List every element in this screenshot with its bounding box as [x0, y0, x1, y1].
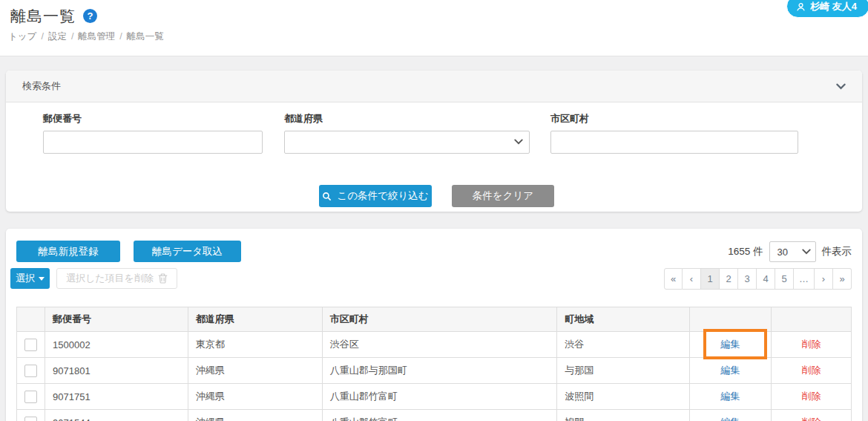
cell-town: 与那国 — [557, 358, 690, 384]
cell-town: 鳩間 — [557, 410, 690, 421]
prefecture-label: 都道府県 — [284, 112, 530, 125]
header-edit-column — [690, 307, 772, 332]
row-checkbox[interactable] — [24, 391, 37, 403]
page-header: 離島一覧 ? トップ/設定/離島管理/離島一覧 杉崎 友人4 — [0, 0, 868, 56]
pagination-page-5[interactable]: 5 — [775, 268, 794, 290]
per-page-suffix: 件表示 — [822, 245, 852, 258]
table-row: 9071751 沖縄県 八重山郡竹富町 波照間 編集 削除 — [17, 384, 852, 410]
register-island-label: 離島新規登録 — [39, 245, 99, 258]
edit-link[interactable]: 編集 — [721, 417, 740, 421]
breadcrumb-island-list: 離島一覧 — [127, 31, 164, 42]
breadcrumb-island-management[interactable]: 離島管理 — [78, 31, 115, 42]
trash-icon — [158, 273, 168, 284]
city-field-group: 市区町村 — [550, 112, 798, 154]
breadcrumb-separator: / — [119, 31, 122, 42]
user-icon — [796, 2, 806, 12]
edit-link[interactable]: 編集 — [721, 339, 740, 350]
clear-conditions-button[interactable]: 条件をクリア — [452, 185, 554, 207]
table-row: 1500002 東京都 渋谷区 渋谷 編集 削除 — [17, 332, 852, 358]
page-title: 離島一覧 — [10, 6, 76, 27]
edit-link[interactable]: 編集 — [721, 391, 740, 402]
breadcrumb: トップ/設定/離島管理/離島一覧 — [8, 30, 164, 43]
cell-prefecture: 東京都 — [188, 332, 322, 358]
header-prefecture: 都道府県 — [188, 307, 322, 332]
cell-city: 八重山郡竹富町 — [322, 384, 557, 410]
user-badge[interactable]: 杉崎 友人4 — [786, 0, 868, 18]
delete-link[interactable]: 削除 — [802, 339, 821, 350]
clear-button-label: 条件をクリア — [473, 189, 533, 203]
select-dropdown-button[interactable]: 選択 — [10, 268, 50, 289]
islands-table: 郵便番号 都道府県 市区町村 町地域 1500002 東京都 渋谷区 渋谷 編集… — [16, 307, 852, 421]
header-delete-column — [772, 307, 852, 332]
pagination-ellipsis: … — [794, 268, 815, 290]
search-icon — [322, 192, 332, 201]
postal-code-label: 郵便番号 — [43, 112, 263, 125]
search-panel: 検索条件 郵便番号 都道府県 市区町村 この条件で絞り込む 条件をクリア — [6, 71, 862, 212]
delete-link[interactable]: 削除 — [802, 365, 821, 376]
caret-down-icon — [39, 277, 45, 281]
search-panel-title: 検索条件 — [22, 79, 61, 93]
filter-button-label: この条件で絞り込む — [337, 189, 428, 203]
header-town: 町地域 — [557, 307, 690, 332]
pagination-last[interactable]: » — [833, 268, 852, 290]
pagination-first[interactable]: « — [664, 268, 683, 290]
row-checkbox[interactable] — [24, 365, 37, 377]
register-island-button[interactable]: 離島新規登録 — [16, 241, 120, 262]
breadcrumb-separator: / — [71, 31, 73, 42]
header-postal-code: 郵便番号 — [45, 307, 188, 332]
pagination-page-4[interactable]: 4 — [757, 268, 775, 290]
chevron-down-icon[interactable] — [836, 83, 846, 90]
cell-city: 八重山郡与那国町 — [322, 358, 557, 384]
delete-selected-label: 選択した項目を削除 — [66, 272, 154, 285]
import-island-label: 離島データ取込 — [152, 245, 223, 258]
delete-link[interactable]: 削除 — [802, 391, 821, 402]
cell-postal: 9071751 — [45, 384, 188, 410]
result-count-area: 1655 件 30 件表示 — [728, 241, 852, 262]
import-island-data-button[interactable]: 離島データ取込 — [134, 241, 241, 262]
row-checkbox[interactable] — [24, 339, 37, 351]
delete-selected-button[interactable]: 選択した項目を削除 — [56, 268, 177, 289]
breadcrumb-top[interactable]: トップ — [8, 31, 36, 42]
pagination-page-1[interactable]: 1 — [701, 268, 720, 290]
pagination-page-2[interactable]: 2 — [720, 268, 738, 290]
cell-postal: 9071801 — [45, 358, 188, 384]
prefecture-field-group: 都道府県 — [284, 112, 530, 154]
delete-link[interactable]: 削除 — [802, 417, 821, 421]
cell-prefecture: 沖縄県 — [188, 410, 322, 421]
pagination-page-3[interactable]: 3 — [738, 268, 757, 290]
pagination: « ‹ 1 2 3 4 5 … › » — [664, 268, 852, 290]
pagination-next[interactable]: › — [815, 268, 833, 290]
postal-code-input[interactable] — [43, 131, 263, 154]
breadcrumb-separator: / — [41, 31, 43, 42]
edit-link[interactable]: 編集 — [721, 365, 740, 376]
user-badge-label: 杉崎 友人4 — [810, 0, 857, 13]
city-label: 市区町村 — [550, 112, 798, 125]
search-panel-header[interactable]: 検索条件 — [6, 71, 862, 102]
select-button-label: 選択 — [16, 272, 35, 285]
cell-postal: 9071544 — [45, 410, 188, 421]
header-city: 市区町村 — [322, 307, 557, 332]
table-header-row: 郵便番号 都道府県 市区町村 町地域 — [17, 307, 852, 332]
cell-town: 渋谷 — [557, 332, 690, 358]
total-count: 1655 件 — [728, 245, 763, 258]
island-list-panel: 離島新規登録 離島データ取込 1655 件 30 件表示 選択 選択した項目を削… — [6, 229, 862, 421]
cell-prefecture: 沖縄県 — [188, 384, 322, 410]
cell-town: 波照間 — [557, 384, 690, 410]
cell-prefecture: 沖縄県 — [188, 358, 322, 384]
header-checkbox-column — [17, 307, 45, 332]
table-row: 9071544 沖縄県 八重山郡竹富町 鳩間 編集 削除 — [17, 410, 852, 421]
help-icon[interactable]: ? — [83, 9, 97, 23]
breadcrumb-settings[interactable]: 設定 — [48, 31, 67, 42]
table-row: 9071801 沖縄県 八重山郡与那国町 与那国 編集 削除 — [17, 358, 852, 384]
row-checkbox[interactable] — [24, 417, 37, 421]
city-input[interactable] — [550, 131, 798, 154]
prefecture-select[interactable] — [284, 131, 530, 154]
cell-city: 八重山郡竹富町 — [322, 410, 557, 421]
cell-postal: 1500002 — [45, 332, 188, 358]
per-page-select[interactable]: 30 — [769, 241, 816, 262]
pagination-prev[interactable]: ‹ — [683, 268, 701, 290]
cell-city: 渋谷区 — [322, 332, 557, 358]
filter-button[interactable]: この条件で絞り込む — [319, 185, 432, 207]
postal-code-field-group: 郵便番号 — [43, 112, 263, 154]
